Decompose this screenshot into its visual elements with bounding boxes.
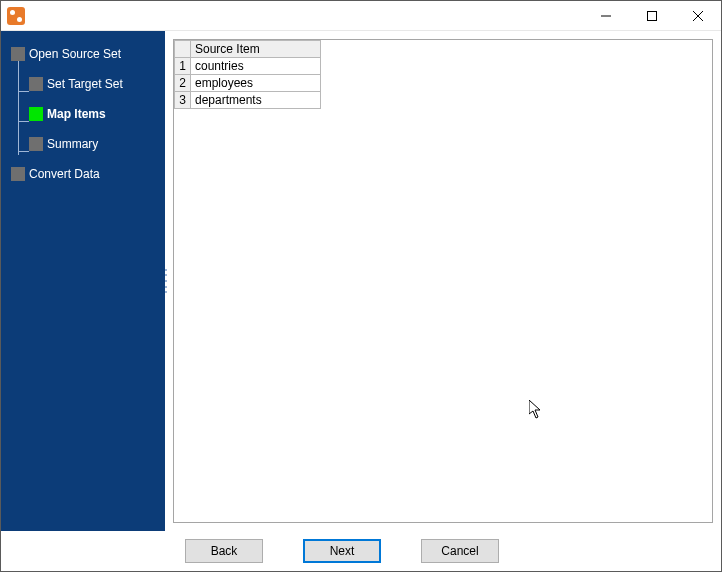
row-number: 2 [175, 75, 191, 92]
svg-rect-1 [648, 11, 657, 20]
close-button[interactable] [675, 1, 721, 30]
step-label: Open Source Set [29, 47, 121, 61]
step-box-icon [29, 77, 43, 91]
step-box-icon [29, 137, 43, 151]
row-header-blank [175, 41, 191, 58]
row-number: 3 [175, 92, 191, 109]
titlebar [1, 1, 721, 31]
splitter-handle[interactable] [163, 267, 168, 295]
table-row[interactable]: 2 employees [175, 75, 321, 92]
wizard-window: Open Source Set Set Target Set Map Items… [0, 0, 722, 572]
step-box-icon [29, 107, 43, 121]
table-row[interactable]: 1 countries [175, 58, 321, 75]
table-row[interactable]: 3 departments [175, 92, 321, 109]
maximize-button[interactable] [629, 1, 675, 30]
source-item-cell[interactable]: countries [191, 58, 321, 75]
window-controls [583, 1, 721, 30]
step-convert-data[interactable]: Convert Data [11, 159, 165, 189]
wizard-steps-sidebar: Open Source Set Set Target Set Map Items… [1, 31, 165, 531]
step-label: Map Items [47, 107, 106, 121]
step-label: Convert Data [29, 167, 100, 181]
step-open-source-set[interactable]: Open Source Set [11, 39, 165, 69]
source-items-table[interactable]: Source Item 1 countries 2 employees 3 de… [174, 40, 321, 109]
source-items-panel: Source Item 1 countries 2 employees 3 de… [173, 39, 713, 523]
step-label: Summary [47, 137, 98, 151]
source-item-cell[interactable]: employees [191, 75, 321, 92]
col-header-source-item[interactable]: Source Item [191, 41, 321, 58]
row-number: 1 [175, 58, 191, 75]
back-button[interactable]: Back [185, 539, 263, 563]
step-box-icon [11, 47, 25, 61]
step-set-target-set[interactable]: Set Target Set [11, 69, 165, 99]
content-area: Source Item 1 countries 2 employees 3 de… [165, 31, 721, 531]
source-item-cell[interactable]: departments [191, 92, 321, 109]
cancel-button[interactable]: Cancel [421, 539, 499, 563]
step-summary[interactable]: Summary [11, 129, 165, 159]
step-map-items[interactable]: Map Items [11, 99, 165, 129]
wizard-button-row: Back Next Cancel [1, 531, 721, 571]
step-label: Set Target Set [47, 77, 123, 91]
minimize-button[interactable] [583, 1, 629, 30]
next-button[interactable]: Next [303, 539, 381, 563]
step-box-icon [11, 167, 25, 181]
app-icon [7, 7, 25, 25]
